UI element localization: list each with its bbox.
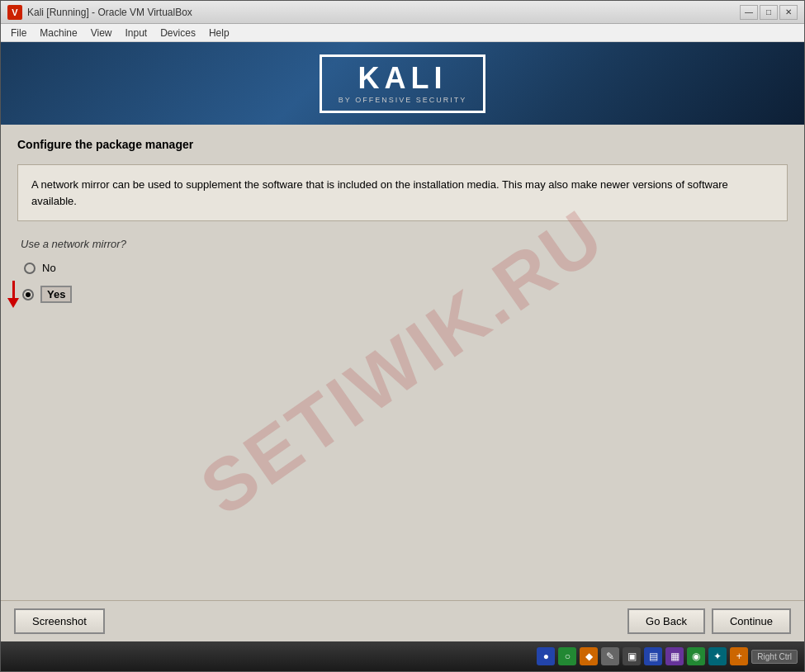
taskbar-icon-3[interactable]: ◆ xyxy=(580,647,598,665)
taskbar-icon-5[interactable]: ▣ xyxy=(623,647,641,665)
radio-no-label: No xyxy=(42,262,56,274)
taskbar-icon-10[interactable]: + xyxy=(730,647,748,665)
menu-file[interactable]: File xyxy=(4,26,33,40)
taskbar-icon-2[interactable]: ○ xyxy=(558,647,576,665)
question-label: Use a network mirror? xyxy=(21,238,788,250)
kali-tagline: BY OFFENSIVE SECURITY xyxy=(339,96,466,104)
menu-help[interactable]: Help xyxy=(202,26,236,40)
taskbar-icon-4[interactable]: ✎ xyxy=(601,647,619,665)
app-icon: V xyxy=(7,5,22,20)
taskbar-icon-9[interactable]: ✦ xyxy=(708,647,727,665)
menu-view[interactable]: View xyxy=(84,26,119,40)
radio-no-circle[interactable] xyxy=(24,263,36,274)
menu-machine[interactable]: Machine xyxy=(33,26,83,40)
kali-header-banner: KALI BY OFFENSIVE SECURITY xyxy=(1,42,804,125)
section-title: Configure the package manager xyxy=(17,138,788,151)
taskbar-icon-6[interactable]: ▤ xyxy=(644,647,662,665)
red-arrow-annotation xyxy=(7,281,19,308)
close-button[interactable]: ✕ xyxy=(779,5,798,20)
bottom-bar: Screenshot Go Back Continue xyxy=(1,600,804,641)
radio-yes-circle[interactable] xyxy=(22,289,34,301)
menu-input[interactable]: Input xyxy=(119,26,154,40)
radio-yes-label: Yes xyxy=(40,286,72,303)
go-back-button[interactable]: Go Back xyxy=(627,608,705,634)
installer-area: SETIWIK.RU Configure the package manager… xyxy=(1,125,804,600)
taskbar-icon-8[interactable]: ◉ xyxy=(687,647,705,665)
vm-content: KALI BY OFFENSIVE SECURITY SETIWIK.RU Co… xyxy=(1,42,804,641)
window-controls: — □ ✕ xyxy=(740,5,798,20)
right-ctrl-badge: Right Ctrl xyxy=(751,650,798,664)
bottom-right-buttons: Go Back Continue xyxy=(627,608,791,634)
taskbar-icon-1[interactable]: ● xyxy=(537,647,555,665)
kali-logo-box: KALI BY OFFENSIVE SECURITY xyxy=(320,54,485,113)
window-title: Kali [Running] - Oracle VM VirtualBox xyxy=(27,7,192,18)
kali-logo-text: KALI xyxy=(339,64,466,93)
radio-option-yes[interactable]: Yes xyxy=(22,286,72,303)
title-bar-left: V Kali [Running] - Oracle VM VirtualBox xyxy=(7,5,192,20)
minimize-button[interactable]: — xyxy=(740,5,758,20)
maximize-button[interactable]: □ xyxy=(760,5,778,20)
radio-group: No Yes xyxy=(24,262,788,308)
description-box: A network mirror can be used to suppleme… xyxy=(17,164,788,221)
virtualbox-window: V Kali [Running] - Oracle VM VirtualBox … xyxy=(0,0,805,672)
radio-option-no[interactable]: No xyxy=(24,262,788,274)
menu-devices[interactable]: Devices xyxy=(154,26,202,40)
continue-button[interactable]: Continue xyxy=(712,608,791,634)
arrow-stem xyxy=(12,281,15,299)
screenshot-button[interactable]: Screenshot xyxy=(14,608,105,634)
taskbar: ● ○ ◆ ✎ ▣ ▤ ▦ ◉ ✦ + Right Ctrl xyxy=(1,641,804,671)
arrow-head xyxy=(7,298,19,308)
title-bar: V Kali [Running] - Oracle VM VirtualBox … xyxy=(1,1,804,24)
menu-bar: File Machine View Input Devices Help xyxy=(1,24,804,42)
taskbar-icon-7[interactable]: ▦ xyxy=(665,647,684,665)
description-text: A network mirror can be used to suppleme… xyxy=(31,178,728,207)
radio-option-yes-row: Yes xyxy=(24,281,788,308)
